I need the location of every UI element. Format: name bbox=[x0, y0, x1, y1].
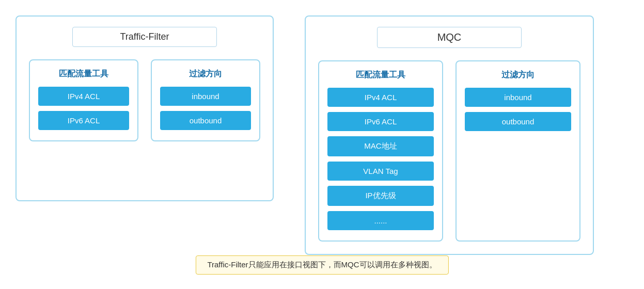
left-filter-direction-label: 过滤方向 bbox=[160, 69, 251, 79]
bottom-note: Traffic-Filter只能应用在接口视图下，而MQC可以调用在多种视图。 bbox=[195, 255, 448, 275]
left-panel: Traffic-Filter 匹配流量工具 IPv4 ACL IPv6 ACL … bbox=[15, 15, 274, 201]
mqc-title: MQC bbox=[377, 27, 522, 48]
traffic-filter-title: Traffic-Filter bbox=[72, 27, 217, 47]
left-outbound-btn: outbound bbox=[160, 111, 251, 130]
right-ipv6-acl-btn: IPv6 ACL bbox=[327, 112, 434, 131]
right-outbound-btn: outbound bbox=[465, 112, 571, 131]
right-ip-priority-btn: IP优先级 bbox=[327, 186, 434, 206]
left-matching-tools-label: 匹配流量工具 bbox=[38, 69, 129, 79]
mqc-title-text: MQC bbox=[437, 31, 462, 43]
right-panel: MQC 匹配流量工具 IPv4 ACL IPv6 ACL MAC地址 VLAN … bbox=[305, 15, 594, 255]
left-ipv6-acl-btn: IPv6 ACL bbox=[38, 111, 129, 130]
right-more-btn: ...... bbox=[327, 211, 434, 230]
left-matching-tools-box: 匹配流量工具 IPv4 ACL IPv6 ACL bbox=[29, 59, 138, 141]
traffic-filter-title-text: Traffic-Filter bbox=[120, 31, 169, 42]
right-filter-direction-box: 过滤方向 inbound outbound bbox=[455, 60, 580, 242]
right-inner-row: 匹配流量工具 IPv4 ACL IPv6 ACL MAC地址 VLAN Tag … bbox=[318, 60, 580, 242]
right-matching-tools-box: 匹配流量工具 IPv4 ACL IPv6 ACL MAC地址 VLAN Tag … bbox=[318, 60, 443, 242]
right-ipv4-acl-btn: IPv4 ACL bbox=[327, 88, 434, 107]
right-inbound-btn: inbound bbox=[465, 88, 571, 107]
left-filter-direction-box: 过滤方向 inbound outbound bbox=[151, 59, 260, 141]
main-container: Traffic-Filter 匹配流量工具 IPv4 ACL IPv6 ACL … bbox=[0, 0, 644, 289]
left-inbound-btn: inbound bbox=[160, 87, 251, 106]
right-filter-direction-label: 过滤方向 bbox=[465, 70, 571, 81]
right-matching-tools-label: 匹配流量工具 bbox=[327, 70, 434, 81]
right-mac-btn: MAC地址 bbox=[327, 136, 434, 156]
left-inner-row: 匹配流量工具 IPv4 ACL IPv6 ACL 过滤方向 inbound ou… bbox=[29, 59, 260, 141]
left-ipv4-acl-btn: IPv4 ACL bbox=[38, 87, 129, 106]
right-vlan-btn: VLAN Tag bbox=[327, 162, 434, 181]
bottom-note-text: Traffic-Filter只能应用在接口视图下，而MQC可以调用在多种视图。 bbox=[207, 260, 436, 269]
